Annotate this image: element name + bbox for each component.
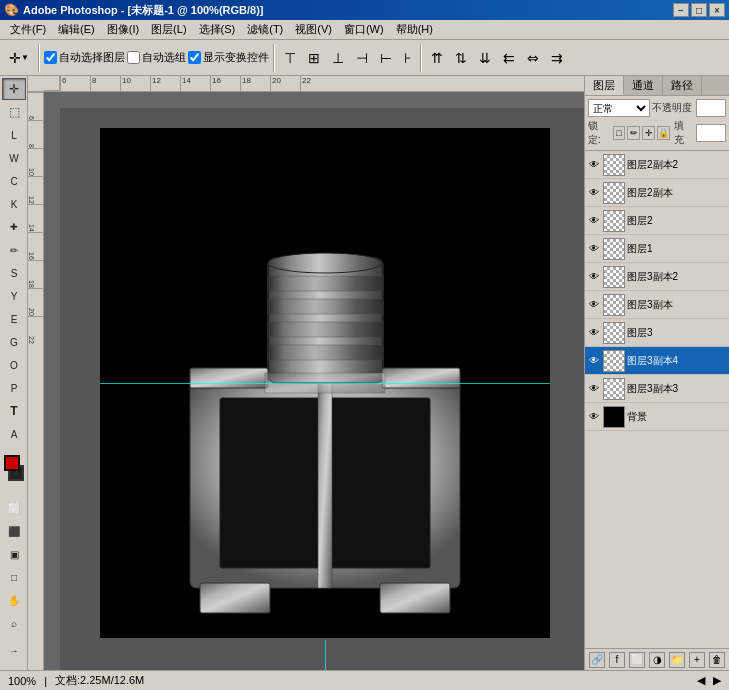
move-tool[interactable]: ✛ (2, 78, 26, 100)
layer-eye-4[interactable]: 👁 (587, 270, 601, 284)
lock-transparent-btn[interactable]: □ (613, 126, 626, 140)
menu-item-3[interactable]: 图层(L) (145, 20, 192, 39)
screen-mode1[interactable]: ▣ (2, 543, 26, 565)
distribute-bottom-button[interactable]: ⇊ (474, 46, 496, 70)
crop-tool[interactable]: C (2, 170, 26, 192)
tab-channels[interactable]: 通道 (624, 76, 663, 95)
align-hcenter-button[interactable]: ⊢ (375, 46, 397, 70)
layer-item-0[interactable]: 👁图层2副本2 (585, 151, 729, 179)
eraser-tool[interactable]: E (2, 308, 26, 330)
layer-item-4[interactable]: 👁图层3副本2 (585, 263, 729, 291)
canvas-container[interactable] (60, 108, 584, 670)
layer-thumb-9 (603, 406, 625, 428)
menu-item-8[interactable]: 帮助(H) (390, 20, 439, 39)
menu-item-2[interactable]: 图像(I) (101, 20, 145, 39)
align-right-button[interactable]: ⊦ (399, 46, 416, 70)
layer-item-3[interactable]: 👁图层1 (585, 235, 729, 263)
gradient-tool[interactable]: G (2, 331, 26, 353)
align-vcenter-button[interactable]: ⊞ (303, 46, 325, 70)
extra-tool[interactable]: → (2, 640, 26, 662)
align-top-button[interactable]: ⊤ (279, 46, 301, 70)
menu-item-4[interactable]: 选择(S) (193, 20, 242, 39)
new-group-btn[interactable]: 📁 (669, 652, 685, 668)
distribute-right-button[interactable]: ⇉ (546, 46, 568, 70)
layer-eye-5[interactable]: 👁 (587, 298, 601, 312)
distribute-hcenter-button[interactable]: ⇔ (522, 46, 544, 70)
auto-select-layer-checkbox[interactable]: 自动选择图层 (44, 50, 125, 65)
new-adjustment-btn[interactable]: ◑ (649, 652, 665, 668)
hand-tool[interactable]: ✋ (2, 589, 26, 611)
menu-item-1[interactable]: 编辑(E) (52, 20, 101, 39)
delete-layer-btn[interactable]: 🗑 (709, 652, 725, 668)
stamp-tool[interactable]: S (2, 262, 26, 284)
heal-tool[interactable]: ✚ (2, 216, 26, 238)
distribute-vcenter-button[interactable]: ⇅ (450, 46, 472, 70)
layer-item-2[interactable]: 👁图层2 (585, 207, 729, 235)
mask-mode-tool[interactable]: ⬜ (2, 497, 26, 519)
svg-rect-6 (220, 398, 320, 568)
add-style-btn[interactable]: f (609, 652, 625, 668)
maximize-button[interactable]: □ (691, 3, 707, 17)
screen-mode2[interactable]: □ (2, 566, 26, 588)
dodge-tool[interactable]: O (2, 354, 26, 376)
layer-item-5[interactable]: 👁图层3副本 (585, 291, 729, 319)
menu-item-6[interactable]: 视图(V) (289, 20, 338, 39)
lock-image-btn[interactable]: ✏ (627, 126, 640, 140)
layer-item-6[interactable]: 👁图层3 (585, 319, 729, 347)
menu-item-5[interactable]: 滤镜(T) (241, 20, 289, 39)
move-tool-button[interactable]: ✛ ▼ (4, 46, 34, 70)
marquee-tool[interactable]: ⬚ (2, 101, 26, 123)
blend-mode-dropdown[interactable]: 正常 (588, 99, 650, 117)
zoom-tool[interactable]: ⌕ (2, 612, 26, 634)
menu-item-0[interactable]: 文件(F) (4, 20, 52, 39)
layer-item-7[interactable]: 👁图层3副本4 (585, 347, 729, 375)
add-mask-btn[interactable]: ⬜ (629, 652, 645, 668)
tab-layers[interactable]: 图层 (585, 76, 624, 95)
layer-eye-0[interactable]: 👁 (587, 158, 601, 172)
svg-point-14 (268, 253, 382, 273)
nav-prev-btn[interactable]: ◀ (697, 674, 705, 687)
nav-next-btn[interactable]: ▶ (713, 674, 721, 687)
tab-paths[interactable]: 路径 (663, 76, 702, 95)
pen-tool[interactable]: P (2, 377, 26, 399)
layer-eye-3[interactable]: 👁 (587, 242, 601, 256)
brush-tool[interactable]: ✏ (2, 239, 26, 261)
layer-thumb-8 (603, 378, 625, 400)
layer-item-1[interactable]: 👁图层2副本 (585, 179, 729, 207)
slice-tool[interactable]: K (2, 193, 26, 215)
type-tool[interactable]: T (2, 400, 26, 422)
layer-eye-6[interactable]: 👁 (587, 326, 601, 340)
layer-eye-9[interactable]: 👁 (587, 410, 601, 424)
align-left-button[interactable]: ⊣ (351, 46, 373, 70)
lasso-tool[interactable]: L (2, 124, 26, 146)
layer-eye-1[interactable]: 👁 (587, 186, 601, 200)
distribute-left-button[interactable]: ⇇ (498, 46, 520, 70)
layer-eye-2[interactable]: 👁 (587, 214, 601, 228)
ruler-left-tick-14: 14 (28, 204, 43, 232)
path-select-tool[interactable]: A (2, 423, 26, 445)
layer-item-9[interactable]: 👁背景 (585, 403, 729, 431)
history-brush-tool[interactable]: Y (2, 285, 26, 307)
minimize-button[interactable]: − (673, 3, 689, 17)
opacity-input[interactable] (696, 99, 726, 117)
color-swatches (2, 453, 26, 489)
menu-item-7[interactable]: 窗口(W) (338, 20, 390, 39)
foreground-color-swatch[interactable] (4, 455, 20, 471)
align-bottom-button[interactable]: ⊥ (327, 46, 349, 70)
new-layer-btn[interactable]: + (689, 652, 705, 668)
auto-select-group-checkbox[interactable]: 自动选组 (127, 50, 186, 65)
magic-wand-tool[interactable]: W (2, 147, 26, 169)
layer-eye-8[interactable]: 👁 (587, 382, 601, 396)
toolbar-separator-2 (273, 44, 275, 72)
close-button[interactable]: × (709, 3, 725, 17)
layer-eye-7[interactable]: 👁 (587, 354, 601, 368)
layer-item-8[interactable]: 👁图层3副本3 (585, 375, 729, 403)
link-layers-btn[interactable]: 🔗 (589, 652, 605, 668)
distribute-top-button[interactable]: ⇈ (426, 46, 448, 70)
fill-input[interactable] (696, 124, 726, 142)
lock-all-btn[interactable]: 🔒 (657, 126, 670, 140)
show-transform-checkbox[interactable]: 显示变换控件 (188, 50, 269, 65)
lock-position-btn[interactable]: ✛ (642, 126, 655, 140)
mask-mode2-tool[interactable]: ⬛ (2, 520, 26, 542)
layer-thumb-2 (603, 210, 625, 232)
